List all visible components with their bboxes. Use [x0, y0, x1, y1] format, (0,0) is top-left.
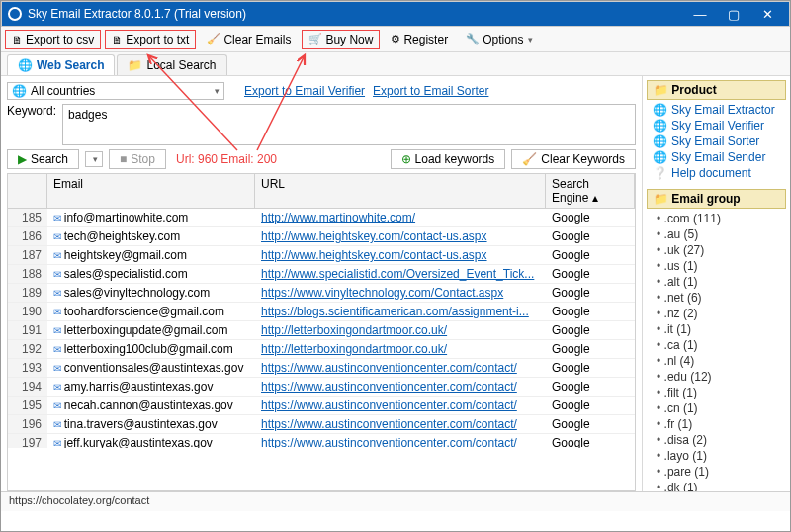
url-cell[interactable]: http://www.heightskey.com/contact-us.asp…: [255, 246, 546, 264]
product-icon: 🌐: [653, 150, 667, 164]
url-cell[interactable]: https://www.austinconventioncenter.com/c…: [255, 434, 546, 448]
country-select[interactable]: 🌐All countries▾: [7, 82, 224, 100]
email-group-item[interactable]: .alt (1): [651, 274, 790, 290]
main-pane: 🌐All countries▾ Export to Email Verifier…: [1, 76, 642, 491]
email-group-item[interactable]: .layo (1): [651, 448, 790, 464]
email-group-item[interactable]: .disa (2): [651, 432, 790, 448]
tab-local-search[interactable]: 📁Local Search: [117, 54, 226, 75]
export-sorter-link[interactable]: Export to Email Sorter: [373, 84, 488, 98]
product-link[interactable]: 🌐Sky Email Sorter: [649, 133, 784, 149]
grid-body[interactable]: 185info@martinowhite.comhttp://www.marti…: [8, 209, 635, 448]
stop-button[interactable]: ■Stop: [109, 149, 166, 169]
table-row[interactable]: 193conventionsales@austintexas.govhttps:…: [8, 359, 635, 378]
engine-header[interactable]: Search Engine ▴: [546, 174, 635, 208]
email-group-item[interactable]: .it (1): [651, 321, 790, 337]
url-cell[interactable]: http://letterboxingondartmoor.co.uk/: [255, 340, 546, 358]
email-group-item[interactable]: .us (1): [651, 258, 790, 274]
export-txt-button[interactable]: 🗎Export to txt: [105, 30, 196, 49]
url-cell[interactable]: http://www.heightskey.com/contact-us.asp…: [255, 227, 546, 245]
email-group-item[interactable]: .pare (1): [651, 464, 790, 480]
email-cell: info@martinowhite.com: [47, 209, 255, 226]
engine-cell: Google: [546, 246, 635, 264]
url-cell[interactable]: http://www.martinowhite.com/: [255, 209, 546, 226]
export-verifier-link[interactable]: Export to Email Verifier: [244, 84, 365, 98]
product-link[interactable]: 🌐Sky Email Sender: [649, 149, 784, 165]
url-cell[interactable]: https://www.vinyltechnology.com/Contact.…: [255, 284, 546, 302]
url-cell[interactable]: https://www.austinconventioncenter.com/c…: [255, 359, 546, 377]
email-group-item[interactable]: .uk (27): [651, 242, 790, 258]
broom-icon: 🧹: [207, 33, 220, 45]
table-row[interactable]: 185info@martinowhite.comhttp://www.marti…: [8, 209, 635, 227]
email-cell: toohardforscience@gmail.com: [47, 303, 255, 320]
load-keywords-button[interactable]: ⊕Load keywords: [391, 149, 506, 169]
clear-keywords-button[interactable]: 🧹Clear Keywords: [511, 149, 636, 169]
email-group-item[interactable]: .nl (4): [651, 353, 790, 369]
product-header: 📁 Product: [647, 80, 786, 100]
url-cell[interactable]: https://blogs.scientificamerican.com/ass…: [255, 303, 546, 320]
table-row[interactable]: 186tech@heightskey.comhttp://www.heights…: [8, 227, 635, 246]
folder-icon: 📁: [654, 192, 668, 206]
email-group-item[interactable]: .com (111): [651, 211, 790, 226]
export-csv-button[interactable]: 🗎Export to csv: [5, 30, 101, 49]
table-row[interactable]: 197jeff.kuryak@austintexas.govhttps://ww…: [8, 434, 635, 448]
url-header[interactable]: URL: [255, 174, 546, 208]
url-cell[interactable]: https://www.austinconventioncenter.com/c…: [255, 397, 546, 414]
table-row[interactable]: 196tina.travers@austintexas.govhttps://w…: [8, 415, 635, 434]
keyword-input[interactable]: badges: [62, 104, 636, 145]
product-link[interactable]: 🌐Sky Email Extractor: [649, 102, 784, 118]
url-cell[interactable]: http://letterboxingondartmoor.co.uk/: [255, 321, 546, 339]
email-group-item[interactable]: .ca (1): [651, 337, 790, 353]
url-cell[interactable]: http://www.specialistid.com/Oversized_Ev…: [255, 265, 546, 283]
close-button[interactable]: ✕: [751, 3, 783, 25]
row-number: 194: [8, 378, 47, 396]
titlebar: Sky Email Extractor 8.0.1.7 (Trial versi…: [1, 1, 790, 27]
table-row[interactable]: 192letterboxing100club@gmail.comhttp://l…: [8, 340, 635, 359]
table-row[interactable]: 191letterboxingupdate@gmail.comhttp://le…: [8, 321, 635, 340]
clear-emails-button[interactable]: 🧹Clear Emails: [200, 30, 298, 49]
email-group-item[interactable]: .nz (2): [651, 306, 790, 321]
options-button[interactable]: 🔧Options▾: [459, 30, 540, 49]
plus-icon: ⊕: [401, 152, 411, 166]
row-number: 193: [8, 359, 47, 377]
email-cell: tech@heightskey.com: [47, 227, 255, 245]
email-group-item[interactable]: .fr (1): [651, 416, 790, 432]
row-number: 197: [8, 434, 47, 448]
table-row[interactable]: 190toohardforscience@gmail.comhttps://bl…: [8, 303, 635, 321]
email-header[interactable]: Email: [47, 174, 255, 208]
globe-icon: 🌐: [12, 84, 27, 98]
table-row[interactable]: 188sales@specialistid.comhttp://www.spec…: [8, 265, 635, 284]
folder-icon: 📁: [128, 58, 142, 72]
table-row[interactable]: 195necah.cannon@austintexas.govhttps://w…: [8, 397, 635, 415]
minimize-button[interactable]: —: [684, 3, 716, 25]
email-group-item[interactable]: .edu (12): [651, 369, 790, 385]
table-row[interactable]: 194amy.harris@austintexas.govhttps://www…: [8, 378, 635, 397]
email-group-item[interactable]: .filt (1): [651, 385, 790, 400]
chevron-down-icon: ▾: [528, 35, 533, 44]
product-icon: 🌐: [653, 134, 667, 148]
table-row[interactable]: 189sales@vinyltechnology.comhttps://www.…: [8, 284, 635, 303]
product-link[interactable]: 🌐Sky Email Verifier: [649, 118, 784, 133]
search-dropdown-button[interactable]: ▾: [85, 151, 103, 167]
row-number: 185: [8, 209, 47, 226]
url-cell[interactable]: https://www.austinconventioncenter.com/c…: [255, 415, 546, 433]
product-link[interactable]: ❔Help document: [649, 165, 784, 181]
globe-icon: 🌐: [18, 58, 33, 72]
search-button[interactable]: ▶Search: [7, 149, 79, 169]
email-group-item[interactable]: .net (6): [651, 290, 790, 306]
email-cell: conventionsales@austintexas.gov: [47, 359, 255, 377]
email-group-item[interactable]: .dk (1): [651, 480, 790, 491]
tab-web-search[interactable]: 🌐Web Search: [7, 54, 115, 75]
register-button[interactable]: ⚙Register: [384, 30, 455, 49]
side-pane: 📁 Product 🌐Sky Email Extractor🌐Sky Email…: [642, 76, 790, 491]
email-group-item[interactable]: .cn (1): [651, 400, 790, 416]
url-cell[interactable]: https://www.austinconventioncenter.com/c…: [255, 378, 546, 396]
table-row[interactable]: 187heightskey@gmail.comhttp://www.height…: [8, 246, 635, 265]
engine-cell: Google: [546, 397, 635, 414]
row-number-header[interactable]: [8, 174, 47, 208]
email-cell: tina.travers@austintexas.gov: [47, 415, 255, 433]
buy-now-button[interactable]: 🛒Buy Now: [302, 30, 380, 49]
email-group-item[interactable]: .au (5): [651, 226, 790, 242]
row-number: 192: [8, 340, 47, 358]
maximize-button[interactable]: ▢: [718, 3, 749, 25]
engine-cell: Google: [546, 434, 635, 448]
